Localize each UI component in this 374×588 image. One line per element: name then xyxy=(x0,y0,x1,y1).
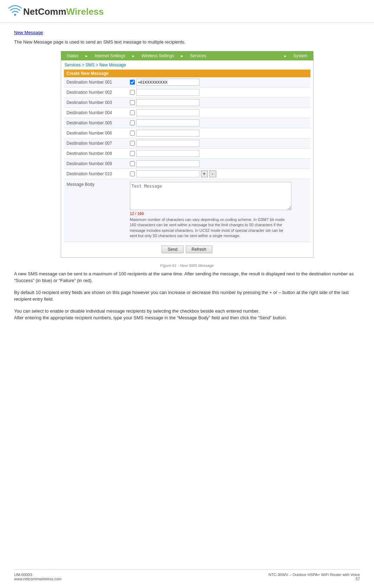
destination-row: Destination Number 008 xyxy=(64,149,310,159)
destination-input-cell xyxy=(127,77,310,87)
nav-services[interactable]: Services xyxy=(187,53,209,59)
destination-number-input[interactable] xyxy=(136,160,199,167)
destination-checkbox[interactable] xyxy=(130,100,135,105)
message-body-table: Message Body 12 / 160 Maximum number of … xyxy=(64,179,310,242)
body-paragraph-2: By default 10 recipient entry fields are… xyxy=(14,289,360,303)
body-paragraph-1: A new SMS message can be sent to a maxim… xyxy=(14,270,360,284)
nav-arrow-3: ► xyxy=(180,54,184,58)
destination-number-input[interactable] xyxy=(136,140,199,147)
destination-row: Destination Number 002 xyxy=(64,87,310,98)
destination-label: Destination Number 001 xyxy=(64,77,127,87)
destination-input-cell xyxy=(127,138,310,149)
destination-row: Destination Number 006 xyxy=(64,128,310,138)
nav-arrow-1: ► xyxy=(85,54,88,58)
svg-point-0 xyxy=(14,14,16,16)
destination-number-input[interactable] xyxy=(136,89,199,96)
message-body-cell: 12 / 160 Maximum number of characters ca… xyxy=(127,179,310,242)
destination-input-cell: +- xyxy=(127,169,310,179)
message-note: Maximum number of characters can vary de… xyxy=(130,217,291,239)
figure-caption: Figure 61 - New SMS Message xyxy=(14,262,360,270)
remove-destination-button[interactable]: - xyxy=(209,170,216,177)
page-header: NetCommWireless xyxy=(0,0,374,23)
destination-label: Destination Number 006 xyxy=(64,128,127,138)
destination-checkbox[interactable] xyxy=(130,80,135,85)
destination-number-input[interactable] xyxy=(136,130,199,137)
nav-arrow-2: ► xyxy=(132,54,135,58)
destination-row: Destination Number 010+- xyxy=(64,169,310,179)
destination-row: Destination Number 009 xyxy=(64,159,310,169)
destination-number-input[interactable] xyxy=(136,109,199,116)
send-button[interactable]: Send xyxy=(162,246,183,253)
message-body-textarea[interactable] xyxy=(130,182,291,210)
page-footer: UM-00003 www.netcommwireless.com NTC-30W… xyxy=(14,569,360,581)
page-content: New Message The New Message page is used… xyxy=(0,23,374,340)
logo-text: NetCommWireless xyxy=(23,6,104,17)
destination-label: Destination Number 004 xyxy=(64,108,127,118)
destination-input-cell xyxy=(127,149,310,159)
message-body-label: Message Body xyxy=(64,179,127,242)
body-paragraphs: A new SMS message can be sent to a maxim… xyxy=(14,270,360,321)
destination-checkbox[interactable] xyxy=(130,151,135,156)
destination-row: Destination Number 005 xyxy=(64,118,310,128)
body-paragraph-3: You can select to enable or disable indi… xyxy=(14,308,360,321)
footer-website: www.netcommwireless.com xyxy=(14,577,61,581)
destination-row: Destination Number 007 xyxy=(64,138,310,149)
destination-input-cell xyxy=(127,98,310,108)
char-count: 12 / 160 xyxy=(130,211,308,216)
nav-internet-settings[interactable]: Internet Settings xyxy=(92,53,128,59)
form-buttons: Send Refresh xyxy=(61,242,313,257)
footer-left: UM-00003 www.netcommwireless.com xyxy=(14,573,61,581)
message-body-row: Message Body 12 / 160 Maximum number of … xyxy=(64,179,310,242)
footer-right: NTC-30WV – Outdoor HSPA+ WiFi Router wit… xyxy=(268,573,360,581)
destination-number-input[interactable] xyxy=(136,170,199,177)
destination-checkbox[interactable] xyxy=(130,90,135,95)
destination-input-cell xyxy=(127,118,310,128)
netcomm-logo-icon xyxy=(7,4,23,20)
nav-status[interactable]: Status xyxy=(64,53,81,59)
destination-number-input[interactable] xyxy=(136,150,199,157)
create-new-message-heading: Create New Message xyxy=(64,70,310,77)
footer-product: NTC-30WV – Outdoor HSPA+ WiFi Router wit… xyxy=(268,573,360,577)
destination-row: Destination Number 003 xyxy=(64,98,310,108)
destination-label: Destination Number 002 xyxy=(64,87,127,98)
refresh-button[interactable]: Refresh xyxy=(186,246,212,253)
destination-input-cell xyxy=(127,159,310,169)
destination-number-input[interactable] xyxy=(136,119,199,126)
footer-page-number: 57 xyxy=(268,577,360,581)
destination-label: Destination Number 009 xyxy=(64,159,127,169)
destination-checkbox[interactable] xyxy=(130,171,135,176)
destination-input-cell xyxy=(127,87,310,98)
destination-input-cell xyxy=(127,128,310,138)
destination-checkbox[interactable] xyxy=(130,131,135,136)
add-destination-button[interactable]: + xyxy=(201,170,208,177)
destination-label: Destination Number 008 xyxy=(64,149,127,159)
section-heading[interactable]: New Message xyxy=(14,30,360,35)
destination-row: Destination Number 001 xyxy=(64,77,310,87)
screenshot-frame: Status ► Internet Settings ► Wireless Se… xyxy=(61,51,314,258)
destination-label: Destination Number 005 xyxy=(64,118,127,128)
destination-row: Destination Number 004 xyxy=(64,108,310,118)
destinations-table: Destination Number 001Destination Number… xyxy=(64,77,310,179)
destination-checkbox[interactable] xyxy=(130,110,135,115)
nav-arrow-4: ► xyxy=(284,54,287,58)
destination-number-input[interactable] xyxy=(136,79,199,86)
destination-label: Destination Number 010 xyxy=(64,169,127,179)
intro-text: The New Message page is used to send an … xyxy=(14,39,360,45)
destination-checkbox[interactable] xyxy=(130,161,135,166)
destination-checkbox[interactable] xyxy=(130,141,135,146)
message-body-content: 12 / 160 Maximum number of characters ca… xyxy=(130,182,308,239)
destination-checkbox[interactable] xyxy=(130,120,135,125)
nav-bar: Status ► Internet Settings ► Wireless Se… xyxy=(61,51,313,60)
destination-input-cell xyxy=(127,108,310,118)
footer-doc-id: UM-00003 xyxy=(14,573,61,577)
destination-label: Destination Number 003 xyxy=(64,98,127,108)
nav-system[interactable]: System xyxy=(290,53,310,59)
destination-number-input[interactable] xyxy=(136,99,199,106)
destination-label: Destination Number 007 xyxy=(64,138,127,149)
nav-wireless-settings[interactable]: Wireless Settings xyxy=(139,53,177,59)
breadcrumb: Services > SMS > New Message xyxy=(61,60,313,70)
